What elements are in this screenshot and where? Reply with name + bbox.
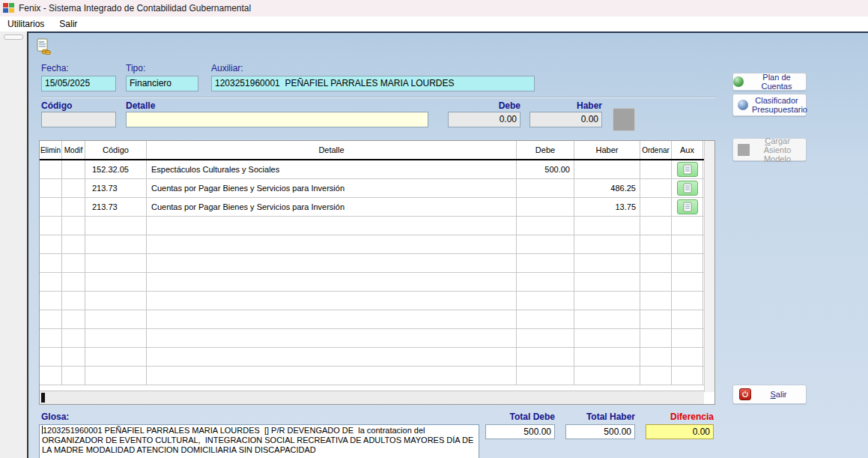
- cell-haber: [574, 292, 640, 310]
- cell-modif[interactable]: [62, 329, 85, 347]
- cell-elimin[interactable]: [40, 310, 62, 328]
- cell-codigo: [85, 254, 147, 272]
- cell-modif[interactable]: [62, 310, 85, 328]
- cell-debe: [517, 329, 574, 347]
- new-entry-button[interactable]: [34, 37, 53, 56]
- cell-detalle: [147, 254, 517, 272]
- tipo-input[interactable]: Financiero: [126, 76, 198, 91]
- menu-salir[interactable]: Salir: [52, 16, 85, 31]
- table-row[interactable]: 213.73Cuentas por Pagar Bienes y Servici…: [40, 179, 714, 198]
- total-debe-field: 500.00: [485, 424, 555, 439]
- cell-modif[interactable]: [62, 348, 85, 366]
- cell-modif[interactable]: [62, 198, 85, 216]
- table-row[interactable]: [40, 329, 714, 348]
- detalle-input[interactable]: [126, 112, 428, 127]
- cell-ordenar: [640, 254, 672, 272]
- table-vertical-scrollbar[interactable]: [704, 141, 714, 392]
- cell-elimin[interactable]: [40, 160, 62, 178]
- fecha-input[interactable]: 15/05/2025: [41, 76, 116, 91]
- cell-modif[interactable]: [62, 273, 85, 291]
- application-window: Fenix - Sistema Integrado de Contabilida…: [0, 0, 868, 458]
- table-row[interactable]: [40, 367, 714, 385]
- green-sphere-icon: [733, 76, 744, 87]
- cell-ordenar: [640, 367, 672, 385]
- clasificador-presupuestario-button[interactable]: Clasificador Presupuestario: [732, 94, 807, 116]
- cell-modif[interactable]: [62, 160, 85, 178]
- cargar-asiento-modelo-button[interactable]: Cargar Asiento Modelo: [732, 138, 807, 161]
- haber-input[interactable]: 0.00: [529, 112, 602, 127]
- cell-elimin[interactable]: [40, 217, 62, 235]
- cell-aux: [672, 292, 703, 310]
- table-row[interactable]: 213.73Cuentas por Pagar Bienes y Servici…: [40, 198, 714, 217]
- table-row[interactable]: [40, 217, 714, 235]
- cell-haber: [574, 217, 640, 235]
- cell-ordenar: [640, 235, 672, 253]
- table-row[interactable]: [40, 292, 714, 310]
- table-row[interactable]: 152.32.05Espectáculos Culturales y Socia…: [40, 160, 714, 179]
- cell-codigo: [85, 329, 147, 347]
- auxiliar-input[interactable]: 1203251960001 PEÑAFIEL PARRALES MARIA LO…: [211, 76, 535, 91]
- table-body: 152.32.05Espectáculos Culturales y Socia…: [40, 160, 714, 385]
- debe-input[interactable]: 0.00: [448, 112, 521, 127]
- cell-modif[interactable]: [62, 292, 85, 310]
- cell-haber: [574, 367, 640, 385]
- cell-codigo: [85, 273, 147, 291]
- plan-de-cuentas-button[interactable]: Plan de Cuentas: [732, 73, 807, 91]
- cell-haber: [574, 254, 640, 272]
- cell-elimin[interactable]: [40, 329, 62, 347]
- document-icon: [683, 202, 692, 212]
- header-debe: Debe: [517, 141, 574, 159]
- cell-modif[interactable]: [62, 235, 85, 253]
- cell-elimin[interactable]: [40, 235, 62, 253]
- cell-elimin[interactable]: [40, 254, 62, 272]
- table-header: Elimin Modif Código Detalle Debe Haber O…: [40, 141, 714, 160]
- splitter-handle[interactable]: [4, 34, 23, 40]
- table-row[interactable]: [40, 254, 714, 273]
- cell-modif[interactable]: [62, 254, 85, 272]
- left-collapsed-panel[interactable]: [0, 31, 27, 458]
- cell-modif[interactable]: [62, 367, 85, 385]
- cell-debe: [517, 348, 574, 366]
- codigo-input[interactable]: [41, 112, 116, 127]
- table-row[interactable]: [40, 310, 714, 329]
- salir-button[interactable]: Salir: [732, 385, 807, 404]
- cell-debe: [517, 292, 574, 310]
- glosa-textarea[interactable]: 1203251960001 PEÑAFIEL PARRALES MARIA LO…: [39, 424, 479, 458]
- add-line-button[interactable]: [613, 108, 635, 131]
- scrollbar-thumb[interactable]: [41, 393, 45, 403]
- table-row[interactable]: [40, 235, 714, 254]
- cell-debe: [517, 235, 574, 253]
- table-horizontal-scrollbar[interactable]: [40, 391, 704, 404]
- cell-debe: [517, 198, 574, 216]
- menu-utilitarios[interactable]: Utilitarios: [0, 16, 52, 31]
- aux-button[interactable]: [677, 199, 698, 214]
- app-logo-icon: [3, 3, 15, 14]
- cell-aux: [672, 329, 703, 347]
- cell-elimin[interactable]: [40, 348, 62, 366]
- cell-elimin[interactable]: [40, 198, 62, 216]
- table-row[interactable]: [40, 273, 714, 292]
- table-row[interactable]: [40, 348, 714, 367]
- cell-elimin[interactable]: [40, 292, 62, 310]
- cell-modif[interactable]: [62, 217, 85, 235]
- cell-codigo: 213.73: [85, 179, 147, 197]
- header-modif: Modif: [62, 141, 85, 159]
- cell-codigo: [85, 367, 147, 385]
- cell-haber: [574, 348, 640, 366]
- cell-aux: [672, 235, 703, 253]
- gray-square-icon: [738, 144, 750, 156]
- cell-modif[interactable]: [62, 179, 85, 197]
- cell-debe: 500.00: [517, 160, 574, 178]
- cell-detalle: [147, 348, 517, 366]
- aux-button[interactable]: [677, 181, 698, 196]
- cell-haber: [574, 235, 640, 253]
- cell-debe: [517, 179, 574, 197]
- title-bar: Fenix - Sistema Integrado de Contabilida…: [0, 0, 868, 16]
- cell-detalle: [147, 367, 517, 385]
- aux-button[interactable]: [677, 162, 698, 177]
- cell-elimin[interactable]: [40, 273, 62, 291]
- cell-detalle: Cuentas por Pagar Bienes y Servicios par…: [147, 179, 517, 197]
- cell-elimin[interactable]: [40, 179, 62, 197]
- cell-elimin[interactable]: [40, 367, 62, 385]
- cell-ordenar: [640, 217, 672, 235]
